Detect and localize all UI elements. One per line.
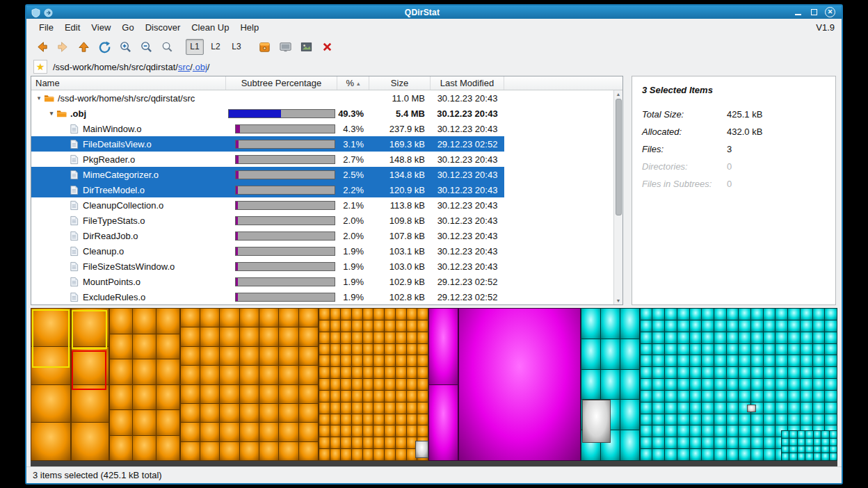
scroll-down-icon[interactable]: ▼	[616, 297, 621, 304]
treemap-tile[interactable]	[396, 309, 406, 320]
treemap-tile[interactable]	[407, 402, 417, 414]
treemap-tile[interactable]	[299, 309, 318, 327]
treemap-tile[interactable]	[407, 320, 417, 332]
treemap-tile[interactable]	[702, 367, 714, 378]
treemap-tile[interactable]	[665, 437, 677, 448]
treemap-tile[interactable]	[352, 379, 362, 390]
treemap-tile[interactable]	[220, 385, 239, 403]
treemap-tile[interactable]	[181, 404, 200, 422]
table-row[interactable]: Cleanup.o1.9%103.1 kB30.12.23 20:43	[31, 243, 504, 259]
treemap-tile[interactable]	[220, 404, 239, 422]
treemap-tile[interactable]	[396, 391, 406, 402]
treemap-tile[interactable]	[429, 385, 458, 461]
breadcrumb-link[interactable]: src	[178, 62, 190, 72]
treemap-tile[interactable]	[788, 320, 800, 332]
treemap-tile[interactable]	[702, 402, 714, 414]
treemap-tile[interactable]	[373, 402, 384, 414]
treemap-tile[interactable]	[805, 453, 812, 460]
vertical-scrollbar[interactable]: ▲ ▼	[613, 90, 622, 304]
treemap-tile[interactable]	[665, 449, 677, 460]
treemap-tile[interactable]	[240, 327, 259, 345]
treemap-tile[interactable]	[133, 436, 156, 461]
treemap-tile[interactable]	[751, 309, 763, 320]
treemap-tile[interactable]	[396, 437, 406, 448]
treemap-tile[interactable]	[751, 367, 763, 378]
expand-level-2-button[interactable]: L2	[207, 39, 225, 55]
treemap-tile[interactable]	[665, 367, 677, 378]
treemap-tile[interactable]	[782, 431, 789, 438]
treemap-tile[interactable]	[133, 410, 156, 435]
treemap-tile[interactable]	[319, 402, 330, 414]
treemap-tile[interactable]	[385, 367, 395, 378]
maximize-button[interactable]	[809, 8, 819, 17]
treemap-tile[interactable]	[788, 402, 800, 414]
treemap-tile[interactable]	[363, 402, 373, 414]
treemap-tile[interactable]	[727, 332, 739, 343]
treemap-tile[interactable]	[341, 437, 351, 448]
treemap-tile[interactable]	[385, 379, 395, 390]
treemap-tile[interactable]	[813, 355, 825, 366]
treemap-tile[interactable]	[714, 320, 726, 332]
treemap-tile[interactable]	[821, 453, 828, 460]
treemap-tile[interactable]	[373, 391, 384, 402]
treemap-tile[interactable]	[407, 391, 417, 402]
treemap-tile[interactable]	[319, 367, 330, 378]
treemap-tile[interactable]	[240, 347, 259, 365]
treemap-tile[interactable]	[581, 309, 600, 339]
treemap-tile[interactable]	[220, 309, 239, 327]
treemap-tile[interactable]	[417, 344, 428, 355]
treemap-tile[interactable]	[385, 425, 395, 437]
table-row[interactable]: ExcludeRules.o1.9%102.8 kB29.12.23 02:52	[31, 289, 504, 304]
screenshot-button[interactable]	[296, 38, 316, 56]
treemap-tile[interactable]	[751, 425, 763, 437]
treemap-tile[interactable]	[200, 404, 219, 422]
treemap-tile[interactable]	[352, 367, 362, 378]
treemap-tile[interactable]	[240, 366, 259, 384]
treemap-tile[interactable]	[690, 309, 702, 320]
treemap-tile[interactable]	[739, 355, 750, 366]
treemap-tile[interactable]	[764, 344, 775, 355]
treemap-tile[interactable]	[813, 332, 825, 343]
column-header--[interactable]: %▴	[337, 76, 369, 90]
titlebar[interactable]: QDirStat ✕	[26, 6, 842, 19]
treemap-tile[interactable]	[702, 320, 714, 332]
treemap-tile[interactable]	[156, 385, 179, 410]
treemap-tile[interactable]	[385, 391, 395, 402]
treemap-tile[interactable]	[417, 309, 428, 320]
treemap-tile[interactable]	[813, 414, 825, 425]
treemap-tile[interactable]	[690, 355, 702, 366]
treemap-tile[interactable]	[814, 439, 821, 446]
treemap-tile[interactable]	[363, 449, 373, 460]
treemap-tile[interactable]	[825, 391, 837, 402]
breadcrumb-link[interactable]: .obj	[193, 62, 207, 72]
treemap-tile[interactable]	[352, 402, 362, 414]
treemap-tile[interactable]	[739, 332, 750, 343]
treemap-tile[interactable]	[279, 309, 298, 327]
treemap-tile[interactable]	[641, 379, 652, 390]
treemap-tile[interactable]	[299, 385, 318, 403]
treemap-tile[interactable]	[702, 379, 714, 390]
treemap-tile[interactable]	[601, 370, 620, 400]
treemap-tile[interactable]	[200, 309, 219, 327]
expander-icon[interactable]: ▾	[34, 95, 44, 101]
treemap-tile[interactable]	[702, 425, 714, 437]
back-button[interactable]	[32, 38, 51, 56]
treemap-tile[interactable]	[727, 355, 739, 366]
treemap-tile[interactable]	[714, 379, 726, 390]
treemap-tile[interactable]	[739, 309, 750, 320]
treemap-tile[interactable]	[714, 425, 726, 437]
treemap-tile[interactable]	[751, 449, 763, 460]
treemap-tile[interactable]	[279, 327, 298, 345]
treemap-tile[interactable]	[319, 355, 330, 366]
treemap-tile[interactable]	[727, 437, 739, 448]
expander-icon[interactable]: ▾	[47, 110, 56, 117]
column-header-subtree-percentage[interactable]: Subtree Percentage	[226, 76, 337, 90]
treemap-tile[interactable]	[652, 379, 664, 390]
treemap-tile[interactable]	[417, 320, 428, 332]
treemap-tile[interactable]	[801, 309, 812, 320]
minimize-button[interactable]	[793, 8, 803, 17]
treemap-tile[interactable]	[373, 320, 384, 332]
treemap-tile[interactable]	[751, 437, 763, 448]
treemap-tile[interactable]	[764, 402, 775, 414]
treemap-tile[interactable]	[690, 391, 702, 402]
